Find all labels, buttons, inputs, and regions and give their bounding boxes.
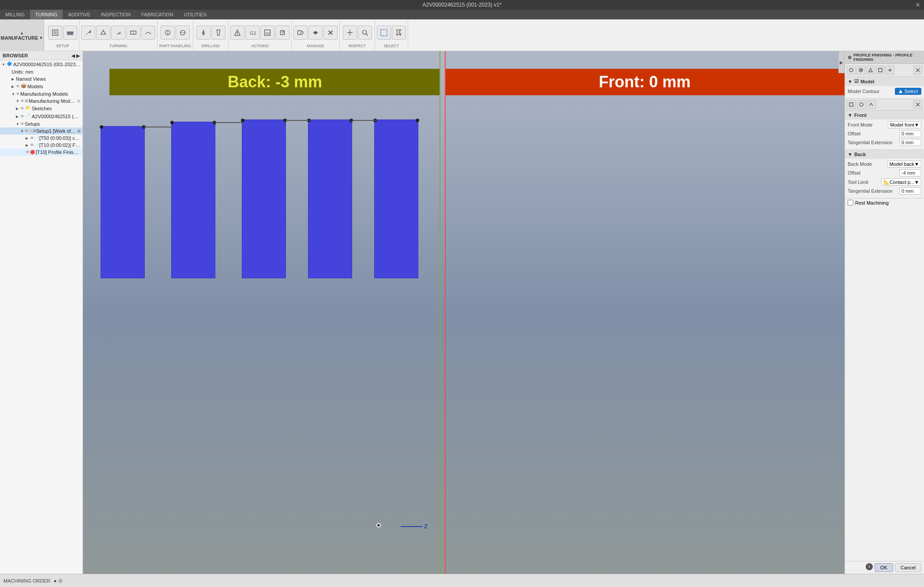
panel-toolbar xyxy=(845,64,924,77)
edit-btn-close[interactable] xyxy=(913,100,922,109)
front-tangential-value[interactable]: 0 mm xyxy=(899,139,921,146)
manufacture-button[interactable]: MANUFACTURE ▼ xyxy=(1,35,43,41)
right-panel-collapse-btn[interactable]: ▶ xyxy=(838,51,845,73)
tree-mfgmodels[interactable]: ▼ 👁 Manufacturing Models xyxy=(0,90,83,97)
tree-t50[interactable]: ▶ 👁 📄 [T50 (0:00:03)] celb - ... xyxy=(0,135,83,142)
profile-finishing-icon: ⚙ xyxy=(848,55,852,60)
tab-inspection[interactable]: INSPECTION xyxy=(96,10,136,19)
close-button[interactable]: ✕ xyxy=(915,1,920,8)
back-mode-value: Model back xyxy=(890,161,914,167)
tab-utilities[interactable]: UTILITIES xyxy=(179,10,212,19)
inspect-btn-1[interactable] xyxy=(343,26,357,40)
drilling-btn-2[interactable] xyxy=(211,26,225,40)
tree-sketches[interactable]: ▶ 👁 📁 Sketches xyxy=(0,105,83,112)
t10face-label: [T10 (0:00:02)] Face3... xyxy=(39,142,81,148)
panel-model-section: ▼ ☑ Model Model Contour Select xyxy=(845,77,924,99)
manage-btn-2[interactable] xyxy=(308,26,323,40)
model-section-checkbox[interactable]: ☑ xyxy=(854,79,859,84)
panel-icon-4[interactable] xyxy=(876,66,885,75)
back-toollimit-value: Contact p... xyxy=(890,179,914,185)
right-panel-header: ⚙ PROFILE FINISHING - PROFILE FINISHING xyxy=(845,51,924,64)
parthandling-btn-1[interactable] xyxy=(161,26,175,40)
edit-btn-2[interactable] xyxy=(857,100,866,109)
cancel-button[interactable]: Cancel xyxy=(895,563,921,572)
svg-point-21 xyxy=(314,31,316,34)
t50-label: [T50 (0:00:03)] celb - ... xyxy=(39,135,81,141)
back-mode-dropdown[interactable]: Model back ▼ xyxy=(887,161,921,168)
edit-btn-1[interactable] xyxy=(847,100,856,109)
model-section-header[interactable]: ▼ ☑ Model xyxy=(845,77,924,86)
tree-setups[interactable]: ▼ 👁 Setups xyxy=(0,120,83,127)
front-mode-dropdown[interactable]: Model front ▼ xyxy=(888,121,921,128)
model-contour-select-btn[interactable]: Select xyxy=(895,88,921,95)
back-mode-arrow: ▼ xyxy=(914,161,919,167)
turning-btn-3[interactable] xyxy=(111,26,125,40)
tree-root[interactable]: ▼ 🔷 A2V00002462515 (001-2023) v1 xyxy=(0,60,83,68)
setup1-arrow: ▼ xyxy=(20,129,25,133)
back-offset-value[interactable]: -4 mm xyxy=(899,169,921,176)
connect-4-5 xyxy=(351,120,376,121)
tree-mfgmodel1[interactable]: ▼ 👁 ⚙ Manufacturing Model 1 ⊙ xyxy=(0,97,83,105)
tree-setup1[interactable]: ▼ 👁 ⚠ ⚙ Setup1 [Work offa...] ⊙ xyxy=(0,127,83,135)
panel-icon-3[interactable] xyxy=(866,66,875,75)
sidebar-collapse[interactable]: ◀ xyxy=(71,53,75,58)
svg-rect-39 xyxy=(849,103,853,106)
rest-machining-checkbox[interactable] xyxy=(848,200,853,206)
manage-btn-3[interactable] xyxy=(323,26,338,40)
select-btn-2[interactable] xyxy=(392,26,406,40)
turning-btn-2[interactable] xyxy=(96,26,110,40)
tree-t10profile[interactable]: 👁 🔴 [T10] Profile Finishi... xyxy=(0,149,83,156)
manage-btn-1[interactable] xyxy=(293,26,308,40)
drilling-btn-1[interactable] xyxy=(196,26,210,40)
parthandling-btn-2[interactable] xyxy=(176,26,190,40)
tab-milling[interactable]: MILLING xyxy=(0,10,30,19)
workpiece-2 xyxy=(171,122,215,278)
mfgmodels-eye-icon: 👁 xyxy=(16,92,20,96)
tree-models[interactable]: ▶ 👁 📦 Models xyxy=(0,82,83,90)
actions-btn-3[interactable]: NC xyxy=(260,26,274,40)
tab-turning[interactable]: TURNING xyxy=(30,10,63,19)
panel-icon-1[interactable] xyxy=(847,66,856,75)
actions-btn-1[interactable] xyxy=(230,26,244,40)
setup-btn-2[interactable] xyxy=(63,26,77,40)
namedviews-label: Named Views xyxy=(16,76,46,82)
front-section-header[interactable]: ▼ Front xyxy=(845,111,924,120)
front-section-arrow: ▼ xyxy=(848,112,853,118)
tree-body[interactable]: ▶ 👁 📄 A2V00002462515 (001-20... xyxy=(0,112,83,120)
back-tangential-value[interactable]: 0 mm xyxy=(899,187,921,194)
status-btn-1[interactable]: ● xyxy=(54,578,57,583)
sidebar-header: BROWSER ◀ ▶ xyxy=(0,51,83,60)
tab-additive[interactable]: ADDITIVE xyxy=(63,10,96,19)
tab-fabrication[interactable]: FABRICATION xyxy=(136,10,179,19)
tree-namedviews[interactable]: ▶ Named Views xyxy=(0,75,83,82)
turning-btn-1[interactable] xyxy=(81,26,95,40)
select-btn-1[interactable] xyxy=(377,26,391,40)
actions-btn-2[interactable]: G1 xyxy=(245,26,259,40)
edit-btn-3[interactable] xyxy=(867,100,876,109)
back-section-header[interactable]: ▼ Back xyxy=(845,150,924,159)
t10profile-eye: 👁 xyxy=(26,150,30,154)
models-label: Models xyxy=(27,84,43,89)
sidebar-expand[interactable]: ▶ xyxy=(76,53,80,58)
connect-2-3 xyxy=(214,122,244,123)
turning-btn-5[interactable] xyxy=(141,26,155,40)
panel-icon-2[interactable] xyxy=(856,66,865,75)
front-offset-value[interactable]: 0 mm xyxy=(899,130,921,137)
inspect-btn-2[interactable] xyxy=(358,26,372,40)
tree-t10face[interactable]: ▶ 👁 📄 [T10 (0:00:02)] Face3... xyxy=(0,142,83,149)
ok-button[interactable]: OK xyxy=(875,563,893,572)
units-label: Units: mm xyxy=(11,69,34,75)
svg-line-20 xyxy=(302,33,304,35)
turning-btn-4[interactable] xyxy=(126,26,140,40)
svg-point-12 xyxy=(237,34,238,35)
panel-icon-5[interactable] xyxy=(886,66,894,75)
back-tangential-row: Tangential Extension 0 mm xyxy=(848,187,921,194)
status-btn-2[interactable]: ◎ xyxy=(58,578,63,583)
select-label: SELECT xyxy=(384,44,399,49)
back-toollimit-dropdown[interactable]: 📐 Contact p... ▼ xyxy=(881,178,921,186)
panel-close-btn[interactable] xyxy=(913,66,922,75)
manufacture-dropdown[interactable]: ▲ MANUFACTURE ▼ xyxy=(0,19,44,51)
setup-btn-1[interactable] xyxy=(48,26,62,40)
info-icon[interactable]: i xyxy=(866,563,873,570)
actions-btn-4[interactable] xyxy=(275,26,289,40)
